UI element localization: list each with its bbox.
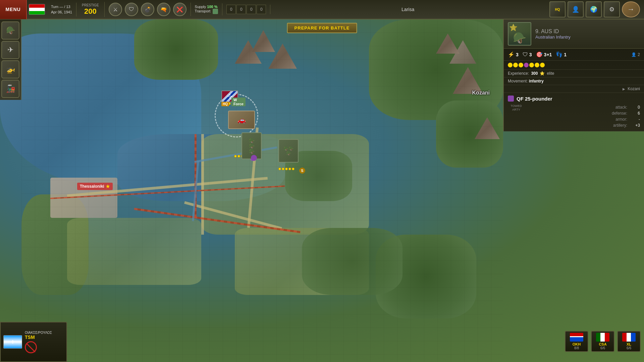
- armor-label: armor:: [615, 117, 627, 122]
- unit-experience-dots: [504, 61, 644, 70]
- supply-badge-2: S: [299, 168, 305, 174]
- towed-arty-label: TOWEDARTY: [508, 104, 525, 112]
- mini-unit-code-csa: CSA: [599, 342, 606, 346]
- sidebar-helicopter-btn[interactable]: 🚁: [1, 60, 19, 78]
- attack-icon: ⚡: [508, 51, 515, 58]
- infantry-unit-2[interactable]: 🪖🪖 🪖: [278, 139, 299, 163]
- movement-type-label: Movement:: [508, 79, 528, 83]
- prestige-label: PRESTIGE: [82, 3, 99, 7]
- prestige-value: 200: [82, 7, 99, 16]
- turn-date: Apr 06, 1941: [51, 9, 72, 15]
- exp-dot-4: [524, 63, 529, 67]
- turn-info: Turn — / 13 Apr 06, 1941: [47, 3, 76, 16]
- uk-force-unit[interactable]: HQ W Force: [221, 90, 238, 102]
- prepare-for-battle-button[interactable]: PREPARE FOR BATTLE: [287, 23, 357, 33]
- special-btn-2[interactable]: 🌍: [586, 1, 602, 17]
- attack-label: attack:: [615, 105, 627, 110]
- action-btn-4[interactable]: 🔫: [157, 3, 170, 16]
- exp-dot-3: [519, 63, 523, 67]
- infantry-unit-1[interactable]: 🪖 🪖 🪖: [241, 132, 262, 159]
- defense-icon: 🛡: [523, 52, 528, 58]
- strength-dot: [282, 168, 284, 170]
- strength-dot: [292, 168, 294, 170]
- bottom-unit-info: ΟΙΑΚΟΣ/ΡΟΥΛΟΣ TSM: [25, 331, 52, 353]
- turn-separator: — /: [59, 5, 65, 9]
- unit-info-panel: 🪖 ⭐ 9. AUS ID Australian Infantry ⚡ 3 🛡 …: [503, 19, 644, 131]
- city-label-kozani: Kozani: [472, 90, 490, 96]
- resource-box-3: 0: [247, 5, 256, 14]
- experience-label: Experience:: [508, 71, 529, 76]
- defense-stat-value: 6: [630, 111, 640, 116]
- no-entry-icon: [25, 341, 37, 353]
- sidebar-infantry-btn[interactable]: 🪖: [1, 21, 19, 40]
- city-label-thessaloniki[interactable]: Thessaloniki ★: [77, 183, 113, 190]
- unit-movement-type-row: Movement: infantry: [504, 77, 644, 85]
- strength-dot: [288, 168, 291, 170]
- weapon-panel: QF 25-pounder TOWEDARTY attack: 0 defens…: [504, 93, 644, 131]
- weapon-stats-container: TOWEDARTY attack: 0 defense: 6 armor: - …: [508, 104, 640, 128]
- supply-label: Supply: [195, 5, 206, 9]
- weapon-stats: attack: 0 defense: 6 armor: - artillery:…: [525, 104, 640, 128]
- action-btn-3[interactable]: 💣: [141, 3, 154, 16]
- mini-unit-csa[interactable]: CSA 6/6: [591, 331, 614, 352]
- defense-label: defense:: [612, 111, 627, 116]
- bottom-unit-flag: [3, 335, 22, 349]
- end-turn-button[interactable]: →: [622, 1, 640, 17]
- defense-stat: 🛡 3: [523, 52, 532, 58]
- experience-value: 300: [531, 71, 538, 76]
- resource-box-1: 0: [226, 5, 236, 14]
- armor-stat-row: armor: -: [525, 116, 640, 122]
- thessaloniki-star: ★: [106, 184, 110, 189]
- mini-unit-flag-xl: [622, 333, 636, 342]
- special-btn-1[interactable]: 👤: [568, 1, 584, 17]
- sidebar-air-btn[interactable]: ✈: [1, 41, 19, 59]
- prestige-box: PRESTIGE 200: [76, 2, 105, 17]
- unit-strength-display: 👤2: [631, 52, 640, 57]
- mini-unit-count-okh: 8/8: [574, 346, 579, 350]
- mini-unit-xl[interactable]: XL 6/6: [617, 331, 641, 352]
- range-stat: 🎯 3+1: [536, 51, 552, 58]
- exp-dot-6: [535, 63, 539, 67]
- mini-unit-count-csa: 6/6: [600, 346, 605, 350]
- resource-box-2: 0: [236, 5, 246, 14]
- transport-icon: [213, 9, 218, 14]
- artillery-label: artillery:: [613, 123, 627, 128]
- left-sidebar: 🪖 ✈ 🚁 🚂: [0, 19, 21, 100]
- unit-subtitle: Australian Infantry: [535, 35, 640, 40]
- mini-unit-flag-csa: [596, 333, 609, 342]
- hq-button[interactable]: HQ: [549, 1, 566, 17]
- bottom-right-units-panel: OKH 8/8 CSA 6/6 XL 6/6: [565, 331, 641, 352]
- movement-icon: 👣: [556, 51, 562, 58]
- artillery-stat-value: +3: [630, 123, 640, 128]
- unit-header: 🪖 ⭐ 9. AUS ID Australian Infantry: [504, 19, 644, 49]
- weapon-name-row: QF 25-pounder: [508, 96, 640, 102]
- bottom-unit-code: TSM: [25, 335, 52, 340]
- weapon-icon: [508, 96, 514, 102]
- unit-name-area: 9. AUS ID Australian Infantry: [535, 28, 640, 40]
- defense-value: 3: [529, 52, 532, 57]
- tank-unit[interactable]: 🚗: [228, 111, 255, 129]
- top-right-buttons: HQ 👤 🌍 ⚙ →: [545, 1, 644, 17]
- attack-stat: ⚡ 3: [508, 51, 519, 58]
- action-btn-5[interactable]: ❌: [173, 3, 186, 16]
- special-btn-3[interactable]: ⚙: [604, 1, 620, 17]
- bottom-left-unit-card[interactable]: ΟΙΑΚΟΣ/ΡΟΥΛΟΣ TSM: [0, 322, 67, 362]
- hq-badge: HQ: [221, 102, 229, 106]
- mini-unit-code-xl: XL: [627, 342, 631, 346]
- menu-button[interactable]: MENU: [0, 0, 27, 19]
- supply-info: Supply 100 % Transport: [191, 3, 223, 15]
- mini-unit-okh[interactable]: OKH 8/8: [565, 331, 588, 352]
- movement-value: 1: [564, 52, 567, 57]
- strength-dot: [285, 168, 288, 170]
- movement-type-value: infantry: [529, 79, 544, 83]
- mini-unit-flag-okh: [570, 333, 583, 342]
- strength-dot: [278, 168, 281, 170]
- resource-row: 0 0 0 0: [222, 5, 270, 14]
- sidebar-train-btn[interactable]: 🚂: [1, 80, 19, 98]
- thessaloniki-name: Thessaloniki: [80, 184, 104, 189]
- action-btn-1[interactable]: ⚔: [109, 3, 122, 16]
- action-btn-2[interactable]: 🛡: [125, 3, 138, 16]
- action-buttons: ⚔ 🛡 💣 🔫 ❌: [105, 3, 191, 16]
- range-value: 3+1: [544, 52, 552, 57]
- transport-row: Transport: [195, 9, 218, 14]
